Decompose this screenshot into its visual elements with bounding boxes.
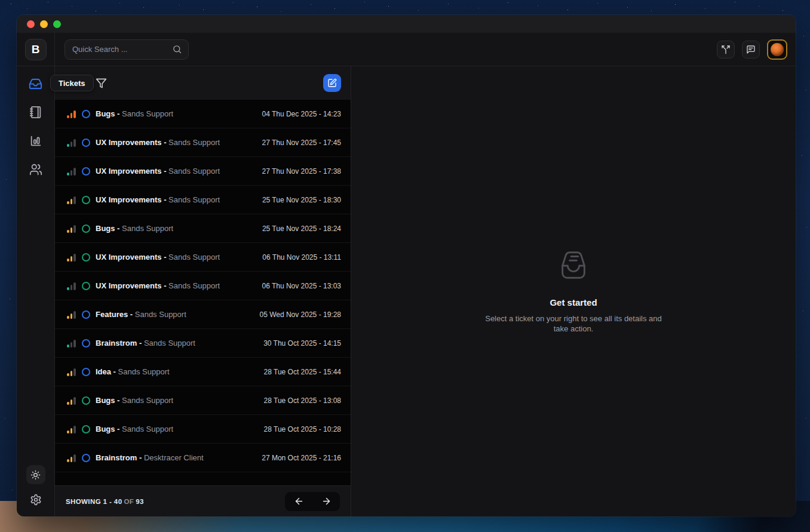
quick-search[interactable]	[65, 39, 189, 60]
priority-icon	[67, 368, 77, 376]
ticket-title: UX Improvements - Sands Support	[96, 138, 220, 147]
ticket-row[interactable]: UX Improvements - Sands Support 25 Tue N…	[55, 186, 351, 214]
tab-tickets[interactable]: Tickets	[50, 75, 94, 91]
minimize-button[interactable]	[40, 20, 48, 28]
main-area: Tickets Bugs - Sands Support 04 Thu Dec …	[17, 66, 796, 516]
next-page-button[interactable]	[312, 492, 340, 511]
status-icon	[82, 167, 90, 176]
empty-state-title: Get started	[550, 297, 597, 307]
priority-icon	[67, 167, 77, 176]
priority-icon	[67, 454, 77, 462]
ticket-date: 27 Mon Oct 2025 - 21:16	[256, 454, 341, 462]
ticket-row[interactable]: Features - Sands Support 05 Wed Nov 2025…	[55, 300, 351, 328]
search-icon	[172, 44, 182, 54]
ticket-row[interactable]: Bugs - Sands Support 28 Tue Oct 2025 - 1…	[55, 386, 351, 414]
sidebar	[17, 66, 55, 516]
ticket-title: Bugs - Sands Support	[96, 425, 173, 433]
priority-icon	[67, 225, 77, 233]
filter-button[interactable]	[94, 76, 108, 90]
ticket-row[interactable]: Idea - Sands Support 28 Tue Oct 2025 - 1…	[55, 358, 351, 386]
ticket-row[interactable]: UX Improvements - Sands Support 06 Thu N…	[55, 243, 351, 271]
ticket-title: UX Improvements - Sands Support	[96, 195, 220, 204]
user-avatar[interactable]	[767, 39, 787, 60]
priority-icon	[67, 310, 77, 319]
status-icon	[82, 196, 90, 204]
titlebar	[17, 15, 796, 33]
ticket-row[interactable]: UX Improvements - Sands Support 27 Thu N…	[55, 157, 351, 185]
ticket-row[interactable]: UX Improvements - Sands Support 06 Thu N…	[55, 272, 351, 300]
total-count: 93	[136, 498, 144, 505]
search-input[interactable]	[72, 45, 167, 54]
message-icon	[746, 45, 756, 54]
ticket-row[interactable]: Brainstrom - Desktracer Client 27 Mon Oc…	[55, 444, 351, 472]
sidebar-item-analytics[interactable]	[29, 134, 43, 148]
pagination-control	[285, 492, 340, 511]
sidebar-item-tickets[interactable]	[29, 76, 43, 91]
logo-container: B	[17, 33, 55, 66]
new-ticket-button[interactable]	[323, 74, 341, 92]
gear-icon	[30, 494, 42, 506]
inbox-icon	[29, 77, 42, 91]
priority-icon	[67, 425, 77, 433]
status-icon	[82, 225, 90, 233]
theme-toggle-button[interactable]	[26, 465, 45, 484]
ticket-date: 06 Thu Nov 2025 - 13:03	[256, 282, 341, 290]
ticket-title: UX Improvements - Sands Support	[96, 167, 220, 176]
desktop: { "window": { "traffic_lights": [ { "nam…	[0, 0, 810, 532]
list-header: Tickets	[55, 66, 351, 99]
tab-tickets-label: Tickets	[59, 79, 85, 88]
status-icon	[82, 282, 90, 290]
status-icon	[82, 339, 90, 348]
topbar: B	[17, 33, 796, 66]
priority-icon	[67, 196, 77, 204]
status-icon	[82, 396, 90, 405]
ticket-date: 27 Thu Nov 2025 - 17:38	[256, 167, 341, 176]
empty-state-description: Select a ticket on your right to see all…	[480, 314, 667, 334]
topbar-actions	[717, 39, 796, 60]
ticket-date: 04 Thu Dec 2025 - 14:23	[256, 110, 341, 118]
list-footer: SHOWING 1 - 40OF93	[55, 485, 351, 516]
ticket-row[interactable]: Bugs - Sands Support 04 Thu Dec 2025 - 1…	[55, 100, 351, 128]
ticket-detail-panel: Get started Select a ticket on your righ…	[351, 66, 796, 516]
priority-icon	[67, 110, 77, 118]
priority-icon	[67, 139, 77, 147]
close-button[interactable]	[27, 20, 35, 28]
sidebar-item-notebook[interactable]	[29, 105, 43, 119]
split-button[interactable]	[717, 41, 735, 59]
status-icon	[82, 368, 90, 376]
priority-icon	[67, 339, 77, 348]
status-icon	[82, 310, 90, 319]
ticket-row-partial[interactable]	[55, 472, 351, 485]
status-icon	[82, 139, 90, 147]
ticket-date: 28 Tue Oct 2025 - 13:08	[258, 396, 341, 405]
empty-state: Get started Select a ticket on your righ…	[480, 248, 667, 334]
ticket-row[interactable]: Bugs - Sands Support 28 Tue Oct 2025 - 1…	[55, 415, 351, 443]
app-logo: B	[25, 39, 47, 60]
ticket-title: Bugs - Sands Support	[96, 109, 173, 118]
ticket-row[interactable]: UX Improvements - Sands Support 27 Thu N…	[55, 128, 351, 156]
ticket-rows: Bugs - Sands Support 04 Thu Dec 2025 - 1…	[55, 99, 351, 485]
priority-icon	[67, 253, 77, 262]
ticket-title: UX Improvements - Sands Support	[96, 281, 220, 290]
ticket-date: 28 Tue Oct 2025 - 10:28	[258, 425, 341, 433]
previous-page-button[interactable]	[285, 492, 312, 511]
split-icon	[721, 45, 731, 54]
ticket-date: 25 Tue Nov 2025 - 18:30	[256, 196, 341, 204]
ticket-row[interactable]: Brainstrom - Sands Support 30 Thu Oct 20…	[55, 329, 351, 357]
priority-icon	[67, 282, 77, 290]
ticket-title: UX Improvements - Sands Support	[96, 253, 220, 262]
ticket-date: 28 Tue Oct 2025 - 15:44	[258, 368, 341, 376]
zoom-button[interactable]	[53, 20, 61, 28]
ticket-title: Bugs - Sands Support	[96, 224, 173, 233]
sidebar-item-contacts[interactable]	[29, 162, 43, 177]
ticket-list-panel: Tickets Bugs - Sands Support 04 Thu Dec …	[55, 66, 351, 516]
feedback-button[interactable]	[742, 41, 760, 59]
settings-button[interactable]	[29, 493, 43, 507]
ticket-row[interactable]: Bugs - Sands Support 25 Tue Nov 2025 - 1…	[55, 214, 351, 242]
priority-icon	[67, 396, 77, 405]
avatar-image	[771, 43, 784, 56]
ticket-title: Bugs - Sands Support	[96, 396, 173, 405]
bar-chart-icon	[29, 134, 42, 147]
app-window: B	[17, 15, 796, 516]
funnel-icon	[96, 78, 107, 89]
